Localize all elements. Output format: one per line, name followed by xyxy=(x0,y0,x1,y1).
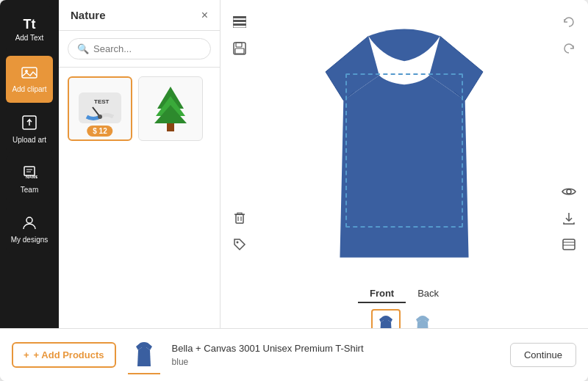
app-container: Tt Add Text Add clipart xyxy=(0,0,588,381)
product-info: Bella + Canvas 3001 Unisex Premium T-Shi… xyxy=(172,343,498,367)
svg-text:TEST: TEST xyxy=(94,98,110,105)
upload-art-label: Upload art xyxy=(12,136,46,144)
tree-icon xyxy=(148,83,193,134)
redo-icon xyxy=(562,42,576,55)
speedometer-icon: TEST xyxy=(75,89,125,129)
svg-rect-21 xyxy=(236,43,242,47)
main-area: Tt Add Text Add clipart xyxy=(0,0,588,328)
add-products-label: + Add Products xyxy=(34,349,104,360)
top-left-tools xyxy=(229,12,250,59)
add-clipart-icon xyxy=(21,65,37,82)
product-thumb-icon xyxy=(132,341,156,369)
search-input[interactable] xyxy=(93,43,201,54)
svg-point-27 xyxy=(567,189,571,194)
close-panel-button[interactable]: × xyxy=(201,10,208,21)
right-bottom-tools xyxy=(559,181,579,255)
thumbnail-row xyxy=(371,309,437,328)
download-button[interactable] xyxy=(559,208,579,228)
delete-button[interactable] xyxy=(229,208,250,228)
save-button[interactable] xyxy=(229,38,250,59)
thumb-front-icon xyxy=(376,314,396,328)
layers-icon xyxy=(562,239,576,250)
bottom-left-tools xyxy=(229,208,250,255)
undo-button[interactable] xyxy=(559,12,579,32)
svg-rect-17 xyxy=(233,20,246,22)
add-clipart-label: Add clipart xyxy=(12,85,46,93)
list-icon xyxy=(233,16,246,28)
svg-point-7 xyxy=(26,217,32,223)
my-designs-label: My designs xyxy=(11,236,49,244)
tag-icon xyxy=(233,238,246,251)
add-text-label: Add Text xyxy=(15,34,44,42)
svg-rect-23 xyxy=(236,214,243,223)
list-view-button[interactable] xyxy=(229,12,250,32)
search-wrapper: 🔍 xyxy=(68,38,211,59)
team-icon: NAME xyxy=(21,164,37,183)
tab-back[interactable]: Back xyxy=(406,285,451,303)
clipart-item-speedometer[interactable]: TEST $ 12 xyxy=(68,76,132,141)
clipart-panel: Nature × 🔍 xyxy=(59,0,220,328)
product-thumbnail[interactable] xyxy=(128,336,160,374)
undo-icon xyxy=(562,15,576,29)
tag-button[interactable] xyxy=(229,234,250,255)
svg-rect-18 xyxy=(233,23,246,26)
download-icon xyxy=(563,211,575,225)
search-icon: 🔍 xyxy=(77,43,89,54)
svg-rect-22 xyxy=(235,48,244,54)
design-area xyxy=(345,73,463,228)
tab-front[interactable]: Front xyxy=(358,285,406,303)
search-box: 🔍 xyxy=(59,31,220,68)
tshirt-container xyxy=(279,15,529,279)
thumb-back[interactable] xyxy=(408,309,437,328)
clipart-item-tree[interactable] xyxy=(138,76,203,141)
canvas-area: Front Back xyxy=(220,0,588,328)
clipart-grid: TEST $ 12 xyxy=(59,68,220,150)
tool-sidebar: Tt Add Text Add clipart xyxy=(0,0,59,328)
layers-button[interactable] xyxy=(559,234,579,255)
delete-icon xyxy=(234,211,245,225)
add-clipart-button[interactable]: Add clipart xyxy=(6,56,53,103)
panel-header: Nature × xyxy=(59,0,220,31)
upload-art-icon xyxy=(21,115,37,133)
svg-point-26 xyxy=(237,242,239,244)
panel-title: Nature xyxy=(71,9,106,21)
right-top-tools xyxy=(559,12,579,59)
svg-point-10 xyxy=(98,115,102,119)
thumb-back-icon xyxy=(412,314,433,328)
product-name: Bella + Canvas 3001 Unisex Premium T-Shi… xyxy=(172,343,498,354)
thumb-front[interactable] xyxy=(371,309,401,328)
eye-button[interactable] xyxy=(559,181,579,202)
team-button[interactable]: NAME Team xyxy=(6,156,53,203)
my-designs-icon xyxy=(21,214,37,233)
redo-button[interactable] xyxy=(559,38,579,59)
view-tabs: Front Back xyxy=(358,285,451,303)
add-text-icon: Tt xyxy=(24,18,36,31)
add-products-icon: + xyxy=(24,349,29,360)
continue-button[interactable]: Continue xyxy=(510,343,576,367)
eye-icon xyxy=(562,186,576,197)
my-designs-button[interactable]: My designs xyxy=(6,206,53,253)
product-color: blue xyxy=(172,357,498,367)
svg-rect-28 xyxy=(563,239,575,250)
add-text-button[interactable]: Tt Add Text xyxy=(6,6,53,53)
add-products-button[interactable]: + + Add Products xyxy=(12,342,116,368)
price-badge: $ 12 xyxy=(87,126,112,137)
bottom-bar: + + Add Products Bella + Canvas 3001 Uni… xyxy=(0,328,588,381)
upload-art-button[interactable]: Upload art xyxy=(6,106,53,153)
team-label: Team xyxy=(21,186,38,194)
svg-text:NAME: NAME xyxy=(26,175,37,179)
save-icon xyxy=(233,42,246,55)
